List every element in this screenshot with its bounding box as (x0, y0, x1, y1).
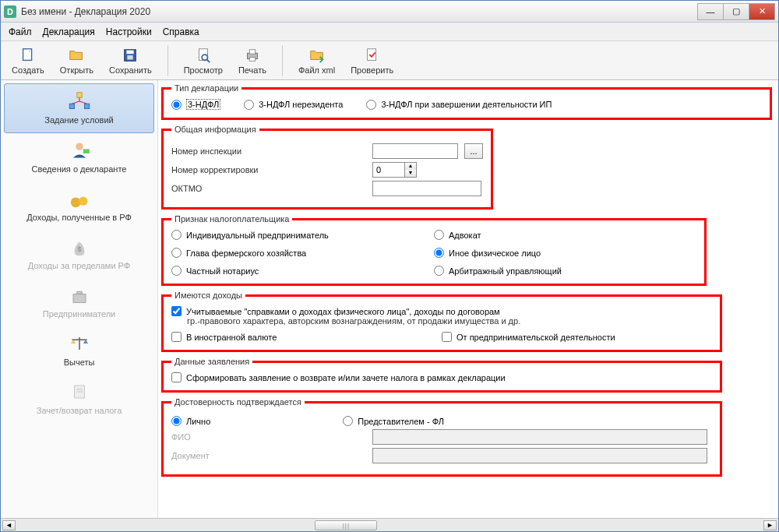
menu-settings[interactable]: Настройки (106, 26, 152, 37)
check-foreign-currency[interactable]: В иностранной валюте (171, 332, 442, 342)
correction-number-spinner[interactable]: ▲ ▼ (372, 162, 417, 178)
application-data-legend: Данные заявления (171, 357, 252, 366)
fio-label: ФИО (171, 432, 366, 442)
oktmo-label: ОКТМО (171, 184, 366, 193)
radio-label: 3-НДФЛ нерезидента (259, 100, 343, 109)
scroll-track[interactable]: ||| (17, 520, 762, 530)
sidebar-label: Доходы за пределами РФ (28, 261, 130, 270)
scroll-thumb[interactable]: ||| (315, 520, 377, 530)
printer-icon (244, 47, 261, 64)
menu-declaration[interactable]: Декларация (43, 26, 95, 37)
radio-3ndfl-ip-closure-input[interactable] (366, 100, 376, 110)
save-icon (122, 47, 139, 64)
sidebar-item-entrepreneurs[interactable]: Предприниматели (1, 278, 157, 326)
document-icon (67, 381, 92, 403)
toolbar-save-label: Сохранить (109, 65, 152, 75)
radio-individual-entrepreneur[interactable]: Индивидуальный предприниматель (171, 230, 434, 240)
toolbar-create-label: Создать (12, 65, 44, 75)
svg-rect-20 (76, 291, 81, 294)
minimize-button[interactable]: — (697, 3, 724, 20)
sidebar-item-conditions[interactable]: Задание условий (4, 83, 154, 133)
close-button[interactable]: ✕ (749, 3, 775, 20)
toolbar-preview-button[interactable]: Просмотр (184, 47, 223, 75)
toolbar-check-button[interactable]: Проверить (351, 47, 393, 75)
radio-3ndfl-input[interactable] (171, 100, 182, 110)
spinner-down-button[interactable]: ▼ (405, 170, 416, 177)
sidebar-item-declarant[interactable]: Сведения о декларанте (1, 133, 157, 181)
sidebar-item-income-rf[interactable]: Доходы, полученные в РФ (1, 181, 157, 230)
document-input (372, 448, 707, 463)
spinner-up-button[interactable]: ▲ (405, 163, 416, 170)
folder-open-icon (68, 47, 85, 64)
radio-representative[interactable]: Представителем - ФЛ (343, 416, 444, 426)
toolbar-print-label: Печать (238, 65, 266, 75)
briefcase-icon (67, 284, 92, 306)
taxpayer-type-fieldset: Признак налогоплательщика Индивидуальный… (161, 214, 707, 286)
radio-3ndfl-nonresident-input[interactable] (244, 100, 254, 110)
toolbar-separator (167, 45, 168, 76)
radio-farmer[interactable]: Глава фермерского хозяйства (171, 248, 434, 258)
sidebar-label: Вычеты (64, 358, 95, 367)
titlebar: D Без имени - Декларация 2020 — ▢ ✕ (1, 1, 778, 23)
radio-label: 3-НДФЛ при завершении деятельности ИП (381, 100, 552, 109)
svg-point-14 (76, 143, 83, 150)
toolbar-filexml-label: Файл xml (298, 65, 335, 75)
taxpayer-type-legend: Признак налогоплательщика (171, 214, 292, 224)
correction-number-input[interactable] (372, 162, 405, 178)
scroll-right-button[interactable]: ► (763, 520, 777, 530)
sidebar-label: Зачет/возврат налога (37, 406, 122, 415)
correction-number-label: Номер корректировки (171, 165, 366, 174)
check-entrepreneur-income[interactable]: От предпринимательской деятельности (442, 332, 712, 342)
svg-rect-10 (367, 48, 375, 60)
sidebar-label: Задание условий (44, 115, 113, 125)
inspection-number-label: Номер инспекции (171, 146, 366, 156)
inspection-lookup-button[interactable]: ... (464, 143, 483, 159)
toolbar-create-button[interactable]: Создать (12, 47, 44, 75)
check-income-forms[interactable]: Учитываемые "справками о доходах физичес… (171, 306, 712, 316)
svg-rect-19 (73, 294, 86, 302)
scroll-left-button[interactable]: ◄ (2, 520, 16, 530)
maximize-button[interactable]: ▢ (723, 3, 749, 20)
radio-arbiter[interactable]: Арбитражный управляющий (434, 266, 696, 276)
toolbar-preview-label: Просмотр (184, 65, 223, 75)
radio-personal[interactable]: Лично (171, 416, 210, 426)
toolbar-open-button[interactable]: Открыть (60, 47, 93, 75)
preview-icon (195, 47, 212, 64)
sidebar-label: Доходы, полученные в РФ (26, 213, 132, 222)
radio-3ndfl-label: 3-НДФЛ (186, 99, 220, 110)
radio-3ndfl-nonresident[interactable]: 3-НДФЛ нерезидента (244, 100, 343, 110)
sidebar: Задание условий Сведения о декларанте До… (1, 80, 158, 518)
svg-rect-8 (249, 49, 255, 53)
inspection-number-input[interactable] (372, 143, 458, 159)
radio-notary[interactable]: Частный нотариус (171, 266, 434, 276)
radio-other-individual[interactable]: Иное физическое лицо (434, 248, 696, 258)
toolbar-filexml-button[interactable]: Файл xml (298, 47, 335, 75)
svg-rect-3 (128, 55, 133, 60)
application-data-fieldset: Данные заявления Сформировать заявление … (161, 357, 722, 393)
new-file-icon (19, 47, 37, 64)
svg-line-6 (206, 59, 210, 62)
oktmo-input[interactable] (372, 181, 481, 196)
menu-file[interactable]: Файл (9, 26, 32, 37)
radio-3ndfl[interactable]: 3-НДФЛ (171, 99, 220, 110)
svg-text:$: $ (77, 245, 82, 253)
sidebar-label: Предприниматели (43, 309, 115, 319)
svg-rect-12 (69, 104, 74, 108)
horizontal-scrollbar[interactable]: ◄ ||| ► (1, 518, 778, 531)
income-types-legend: Имеются доходы (171, 291, 245, 300)
radio-3ndfl-ip-closure[interactable]: 3-НДФЛ при завершении деятельности ИП (366, 100, 552, 110)
sidebar-item-deductions[interactable]: Вычеты (1, 326, 157, 375)
svg-rect-2 (127, 50, 134, 54)
toolbar-open-label: Открыть (60, 65, 93, 75)
toolbar-save-button[interactable]: Сохранить (109, 47, 152, 75)
toolbar-print-button[interactable]: Печать (238, 47, 266, 75)
window-title: Без имени - Декларация 2020 (21, 6, 698, 17)
svg-rect-13 (84, 104, 89, 108)
menu-help[interactable]: Справка (163, 26, 199, 37)
sidebar-item-income-abroad[interactable]: $ Доходы за пределами РФ (1, 230, 157, 278)
income-types-fieldset: Имеются доходы Учитываемые "справками о … (161, 291, 722, 352)
scales-icon (67, 333, 92, 354)
check-form-refund-application[interactable]: Сформировать заявление о возврате и/или … (171, 372, 712, 382)
radio-lawyer[interactable]: Адвокат (434, 230, 696, 240)
sidebar-item-refund[interactable]: Зачет/возврат налога (1, 375, 157, 423)
